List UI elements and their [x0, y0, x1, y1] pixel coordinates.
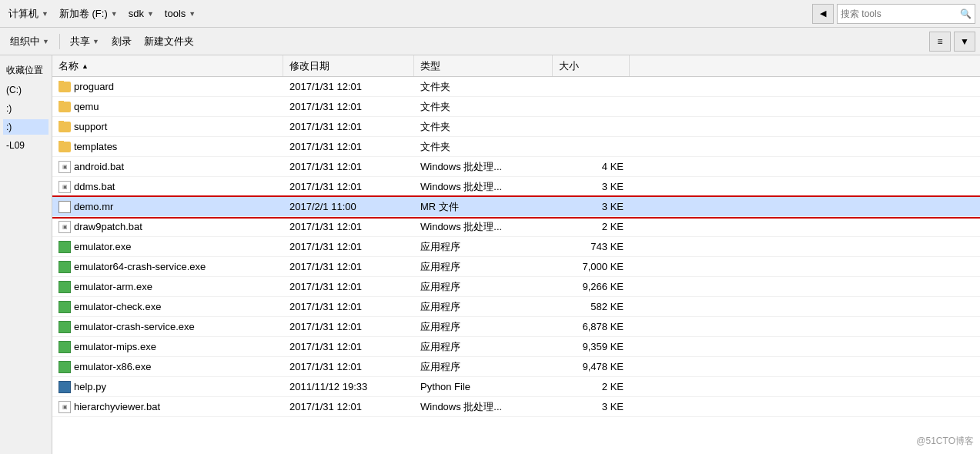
file-name: demo.mr [52, 201, 283, 213]
folder-icon [59, 122, 71, 132]
col-header-name[interactable]: 名称 ▲ [52, 55, 283, 76]
file-type: 应用程序 [414, 320, 553, 334]
share-dropdown-icon: ▼ [92, 38, 99, 45]
file-size: 4 KE [553, 161, 630, 172]
table-row[interactable]: emulator-mips.exe 2017/1/31 12:01 应用程序 9… [52, 337, 980, 357]
file-type: 应用程序 [414, 280, 553, 294]
file-date: 2017/1/31 12:01 [283, 341, 414, 352]
dropdown-arrow-drive: ▼ [111, 10, 118, 18]
file-date: 2011/11/12 19:33 [283, 381, 414, 392]
py-icon [59, 381, 71, 393]
table-row[interactable]: qemu 2017/1/31 12:01 文件夹 [52, 97, 980, 117]
table-row[interactable]: ▣ draw9patch.bat 2017/1/31 12:01 Windows… [52, 217, 980, 237]
file-type: MR 文件 [414, 200, 553, 214]
col-header-date[interactable]: 修改日期 [283, 55, 414, 76]
file-name: proguard [52, 81, 283, 92]
exe-icon [59, 361, 71, 373]
file-type: Python File [414, 381, 553, 392]
exe-icon [59, 301, 71, 313]
file-size: 2 KE [553, 381, 630, 392]
file-date: 2017/1/31 12:01 [283, 221, 414, 232]
file-date: 2017/1/31 12:01 [283, 281, 414, 292]
file-name: qemu [52, 101, 283, 112]
table-row[interactable]: support 2017/1/31 12:01 文件夹 [52, 117, 980, 137]
file-date: 2017/1/31 12:01 [283, 101, 414, 112]
col-header-size[interactable]: 大小 [553, 55, 630, 76]
file-date: 2017/1/31 12:01 [283, 301, 414, 312]
organize-button[interactable]: 组织中 ▼ [5, 32, 55, 52]
address-segment-tools[interactable]: tools ▼ [161, 4, 199, 24]
file-size: 6,878 KE [553, 321, 630, 332]
file-name: ▣ ddms.bat [52, 181, 283, 193]
table-row[interactable]: emulator-x86.exe 2017/1/31 12:01 应用程序 9,… [52, 357, 980, 377]
dropdown-arrow-sdk: ▼ [147, 10, 154, 18]
table-row[interactable]: emulator-crash-service.exe 2017/1/31 12:… [52, 317, 980, 337]
exe-icon [59, 341, 71, 353]
file-name: emulator-mips.exe [52, 341, 283, 353]
file-date: 2017/1/31 12:01 [283, 401, 414, 412]
table-row[interactable]: ▣ hierarchyviewer.bat 2017/1/31 12:01 Wi… [52, 397, 980, 417]
file-type: 文件夹 [414, 140, 553, 154]
mr-icon [59, 201, 71, 213]
file-date: 2017/1/31 12:01 [283, 261, 414, 272]
file-rows: proguard 2017/1/31 12:01 文件夹 qemu 2017/1… [52, 77, 980, 417]
search-box[interactable]: 🔍 [837, 4, 975, 24]
sidebar-c-drive[interactable]: (C:) [3, 82, 48, 98]
sidebar-item-2[interactable]: :) [3, 119, 48, 135]
table-row[interactable]: proguard 2017/1/31 12:01 文件夹 [52, 77, 980, 97]
toolbar: 组织中 ▼ 共享 ▼ 刻录 新建文件夹 ≡ ▼ [0, 28, 980, 55]
share-button[interactable]: 共享 ▼ [65, 32, 105, 52]
nav-back-button[interactable]: ◀ [812, 4, 834, 24]
file-date: 2017/1/31 12:01 [283, 121, 414, 132]
exe-icon [59, 321, 71, 333]
burn-button[interactable]: 刻录 [106, 32, 137, 52]
file-size: 7,000 KE [553, 261, 630, 272]
table-row[interactable]: templates 2017/1/31 12:01 文件夹 [52, 137, 980, 157]
address-segment-computer[interactable]: 计算机 ▼ [5, 4, 52, 24]
table-row[interactable]: emulator64-crash-service.exe 2017/1/31 1… [52, 257, 980, 277]
file-type: 应用程序 [414, 260, 553, 274]
file-name: emulator-crash-service.exe [52, 321, 283, 333]
table-row[interactable]: emulator.exe 2017/1/31 12:01 应用程序 743 KE [52, 237, 980, 257]
address-bar: 计算机 ▼ 新加卷 (F:) ▼ sdk ▼ tools ▼ ◀ 🔍 [0, 0, 980, 28]
main-layout: 收藏位置 (C:) :) :) -L09 名称 ▲ 修改日期 类型 大小 [0, 55, 980, 454]
file-type: 文件夹 [414, 100, 553, 114]
file-size: 743 KE [553, 241, 630, 252]
sidebar-item-1[interactable]: :) [3, 101, 48, 116]
col-header-type[interactable]: 类型 [414, 55, 553, 76]
bat-icon: ▣ [59, 221, 71, 233]
watermark: @51CTO博客 [916, 435, 974, 448]
address-segment-drive[interactable]: 新加卷 (F:) ▼ [55, 4, 122, 24]
bat-icon: ▣ [59, 161, 71, 173]
new-folder-button[interactable]: 新建文件夹 [139, 32, 199, 52]
file-list-container: 名称 ▲ 修改日期 类型 大小 proguard 2017/1/31 12:01… [52, 55, 980, 454]
table-row[interactable]: demo.mr 2017/2/1 11:00 MR 文件 3 KE [52, 197, 980, 217]
dropdown-arrow-computer: ▼ [42, 10, 48, 18]
table-row[interactable]: emulator-arm.exe 2017/1/31 12:01 应用程序 9,… [52, 277, 980, 297]
file-name: ▣ android.bat [52, 161, 283, 173]
table-row[interactable]: help.py 2011/11/12 19:33 Python File 2 K… [52, 377, 980, 397]
file-date: 2017/1/31 12:01 [283, 81, 414, 92]
file-size: 3 KE [553, 401, 630, 412]
file-type: Windows 批处理... [414, 220, 553, 234]
file-name: emulator.exe [52, 241, 283, 253]
file-type: 文件夹 [414, 120, 553, 134]
file-name: help.py [52, 381, 283, 393]
file-name: emulator-x86.exe [52, 361, 283, 373]
sidebar-l09[interactable]: -L09 [3, 138, 48, 153]
dropdown-arrow-tools: ▼ [189, 10, 196, 18]
table-row[interactable]: emulator-check.exe 2017/1/31 12:01 应用程序 … [52, 297, 980, 317]
file-date: 2017/1/31 12:01 [283, 361, 414, 372]
sidebar: 收藏位置 (C:) :) :) -L09 [0, 55, 52, 454]
table-row[interactable]: ▣ ddms.bat 2017/1/31 12:01 Windows 批处理..… [52, 177, 980, 197]
file-type: 应用程序 [414, 340, 553, 354]
table-row[interactable]: ▣ android.bat 2017/1/31 12:01 Windows 批处… [52, 157, 980, 177]
search-input[interactable] [841, 8, 960, 19]
sidebar-favorites[interactable]: 收藏位置 [3, 62, 48, 79]
file-name: templates [52, 141, 283, 152]
view-button[interactable]: ≡ [929, 32, 951, 52]
address-segment-sdk[interactable]: sdk ▼ [125, 4, 158, 24]
file-name: emulator64-crash-service.exe [52, 261, 283, 273]
toolbar-separator-1 [59, 34, 60, 49]
view-dropdown-button[interactable]: ▼ [954, 32, 975, 52]
